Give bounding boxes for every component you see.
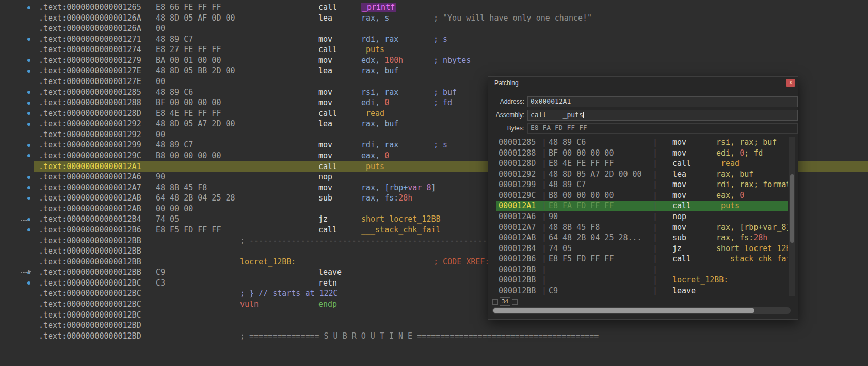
patch-row-bytes: B8 00 00 00 00: [549, 190, 614, 201]
spinner-box-icon[interactable]: [492, 299, 498, 305]
asm-bytes: E8 27 FE FF FF: [156, 44, 221, 55]
asm-mnemonic: call: [318, 44, 337, 55]
column-separator: |: [653, 243, 657, 254]
token-y: rsi, rax; buf: [716, 138, 777, 147]
column-separator: |: [542, 243, 546, 254]
asm-comment: ; buf: [433, 87, 457, 98]
patch-preview-list: 00001285|48 89 C6|movrsi, rax; buf000012…: [488, 77, 797, 318]
token-y: rax, fs:: [716, 233, 753, 242]
patch-row-address: 000012B6: [499, 254, 536, 264]
asm-line[interactable]: .text:000000000000126A48 8D 05 AF 0D 00l…: [34, 13, 868, 24]
asm-operands: rax, fs:28h: [361, 193, 412, 204]
asm-comment: ; "You will have only one chance!": [433, 13, 592, 24]
asm-bytes: BA 00 01 00 00: [156, 55, 221, 66]
column-separator: |: [542, 275, 546, 286]
asm-mnemonic: call: [318, 108, 337, 119]
patch-row-mnemonic: mov: [672, 179, 686, 190]
asm-address: .text:00000000000012BD: [39, 331, 141, 342]
asm-address: .text:00000000000012AB: [39, 204, 141, 214]
asm-comment: ; CODE XREF:: [433, 257, 494, 268]
token-cmts: ; "You will have only one chance!": [433, 13, 592, 23]
patch-preview-row[interactable]: 000012B4|74 05|jzshort locret_12BB: [496, 243, 788, 254]
asm-address: .text:00000000000012B6: [39, 225, 141, 236]
patch-preview-row[interactable]: 000012BB|C9|leave: [496, 286, 788, 296]
patch-preview-row[interactable]: 00001285|48 89 C6|movrsi, rax; buf: [496, 137, 788, 148]
token-num: 0: [740, 148, 744, 158]
token-num: vuln: [240, 300, 259, 309]
asm-line[interactable]: .text:000000000000127E48 8D 05 BB 2D 00l…: [34, 65, 868, 76]
asm-operands: short locret_12BB: [361, 214, 441, 225]
asm-line[interactable]: .text:000000000000127148 89 C7movrdi, ra…: [34, 34, 868, 45]
asm-address: .text:00000000000012AB: [39, 193, 141, 204]
patch-row-label: locret_12BB:: [672, 275, 728, 286]
patch-row-address: 00001299: [499, 179, 536, 190]
patch-row-operands: rax, fs:28h: [716, 232, 767, 243]
column-separator: |: [542, 211, 546, 222]
asm-bytes: C3: [156, 278, 165, 289]
asm-address: .text:0000000000001299: [39, 140, 141, 151]
column-separator: |: [542, 158, 546, 169]
patch-preview-row[interactable]: 000012BB||locret_12BB:: [496, 275, 788, 286]
spinner-box-icon[interactable]: [512, 299, 518, 305]
token-fn: short locret_12BB: [361, 214, 441, 224]
patch-preview-row[interactable]: 000012A1|E8 FA FD FF FF|call_puts: [496, 201, 788, 211]
asm-line[interactable]: .text:000000000000126A00: [34, 23, 868, 34]
column-separator: |: [542, 232, 546, 243]
asm-address: .text:000000000000127E: [39, 65, 141, 76]
patch-preview-row[interactable]: 000012AB|64 48 2B 04 25 28...|subrax, fs…: [496, 232, 788, 243]
asm-address: .text:00000000000012A7: [39, 182, 141, 193]
asm-address: .text:000000000000128D: [39, 108, 141, 119]
patch-preview-row[interactable]: 0000128D|E8 4E FE FF FF|call_read: [496, 158, 788, 169]
patch-row-address: 000012A7: [499, 222, 536, 233]
asm-line[interactable]: .text:0000000000001274E8 27 FE FF FFcall…: [34, 44, 868, 55]
asm-line[interactable]: .text:00000000000012BD; =============== …: [34, 331, 868, 342]
horizontal-scrollbar[interactable]: [492, 307, 791, 314]
patch-row-mnemonic: call: [672, 201, 691, 211]
token-acmt: ; buf: [433, 88, 457, 97]
patch-preview-row[interactable]: 000012A7|48 8B 45 F8|movrax, [rbp+var_8]: [496, 222, 788, 233]
patch-preview-row[interactable]: 00001288|BF 00 00 00 00|movedi, 0; fd: [496, 148, 788, 159]
asm-bytes: 64 48 2B 04 25 28: [156, 193, 235, 204]
token-fn: _puts: [716, 201, 740, 210]
token-y: edi,: [716, 148, 740, 158]
asm-operands: _puts: [361, 44, 384, 55]
column-separator: |: [653, 169, 657, 180]
patch-preview-row[interactable]: 00001292|48 8D 05 A7 2D 00 00|learax, bu…: [496, 169, 788, 180]
patch-preview-row[interactable]: 000012A6|90|nop: [496, 211, 788, 222]
column-separator: |: [653, 190, 657, 201]
vertical-scrollbar-thumb[interactable]: [790, 174, 794, 243]
asm-address: .text:0000000000001271: [39, 34, 141, 45]
asm-bytes: BF 00 00 00 00: [156, 97, 221, 108]
asm-mnemonic: jz: [318, 214, 328, 225]
asm-address: .text:0000000000001285: [39, 87, 141, 98]
patch-row-address: 00001285: [499, 137, 536, 148]
patch-preview-row[interactable]: 0000129C|B8 00 00 00 00|moveax, 0: [496, 190, 788, 201]
vertical-scrollbar[interactable]: [789, 137, 795, 296]
column-separator: |: [653, 254, 657, 264]
patch-preview-row[interactable]: 00001299|48 89 C7|movrdi, rax; format: [496, 179, 788, 190]
token-fn: _read: [361, 109, 384, 118]
patch-row-bytes: BF 00 00 00 00: [549, 148, 614, 159]
asm-operands: _printf: [361, 2, 396, 13]
patch-row-operands: rdi, rax; format: [716, 179, 788, 190]
token-sel: _printf: [361, 3, 396, 12]
asm-address: .text:0000000000001292: [39, 129, 141, 140]
patch-preview-row[interactable]: 000012BB||: [496, 264, 788, 275]
patch-preview-row[interactable]: 000012B6|E8 F5 FD FF FF|call___stack_chk…: [496, 254, 788, 264]
asm-line[interactable]: .text:00000000000012BD: [34, 320, 868, 331]
asm-line[interactable]: .text:0000000000001265E8 66 FE FF FFcall…: [34, 2, 868, 13]
horizontal-scrollbar-thumb[interactable]: [493, 308, 754, 313]
asm-bytes: 00: [156, 23, 165, 34]
asm-line[interactable]: .text:0000000000001279BA 00 01 00 00move…: [34, 55, 868, 66]
asm-address: .text:00000000000012BB: [39, 236, 141, 246]
token-cmts: ; =============== S U B R O U T I N E ==…: [240, 331, 599, 341]
asm-address: .text:00000000000012BC: [39, 310, 141, 321]
asm-mnemonic: mov: [318, 97, 332, 108]
token-acmt: ; s: [433, 35, 447, 44]
patch-row-operands: rax, buf: [716, 169, 753, 180]
asm-address: .text:00000000000012BB: [39, 246, 141, 257]
asm-address: .text:00000000000012A1: [39, 161, 141, 172]
token-fn: _read: [716, 159, 740, 168]
size-spinner[interactable]: 34: [492, 297, 518, 306]
asm-mnemonic: mov: [318, 55, 332, 66]
